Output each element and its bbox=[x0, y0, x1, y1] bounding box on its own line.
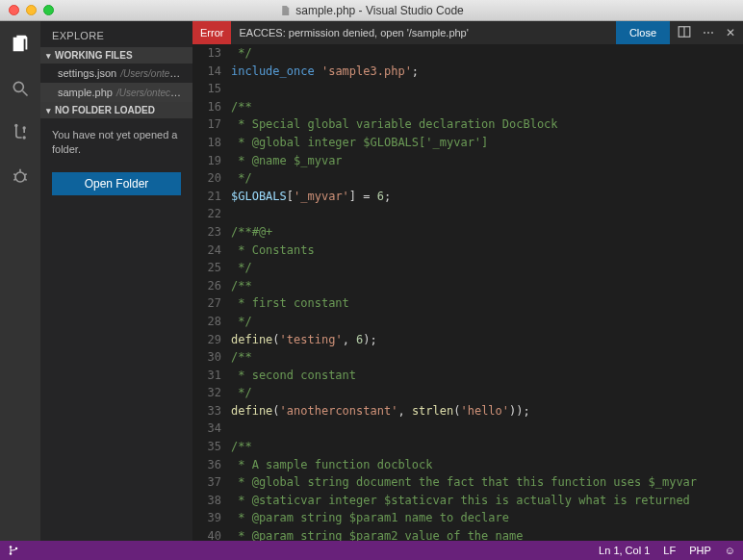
feedback-smiley-icon[interactable]: ☺ bbox=[725, 545, 735, 556]
split-editor-icon[interactable] bbox=[678, 25, 691, 41]
svg-point-5 bbox=[15, 172, 25, 182]
chevron-down-icon: ▾ bbox=[46, 51, 51, 61]
working-file-row[interactable]: settings.json/Users/ontecnia/... bbox=[40, 64, 192, 83]
editor-area: Error EACCES: permission denied, open '/… bbox=[192, 21, 743, 541]
svg-point-13 bbox=[10, 546, 13, 548]
chevron-down-icon: ▾ bbox=[46, 106, 51, 115]
notification-bar: Error EACCES: permission denied, open '/… bbox=[192, 21, 743, 44]
file-path: /Users/ontecnia/... bbox=[120, 68, 192, 79]
error-badge: Error bbox=[192, 21, 231, 44]
notification-message: EACCES: permission denied, open '/sample… bbox=[239, 27, 468, 38]
window-title: sample.php - Visual Studio Code bbox=[279, 4, 464, 17]
git-branch-icon[interactable] bbox=[8, 545, 19, 556]
window-minimize-dot[interactable] bbox=[26, 5, 37, 15]
more-icon[interactable]: ⋯ bbox=[703, 26, 714, 39]
code-editor[interactable]: 1314151617181920212223242526272829303132… bbox=[192, 44, 743, 541]
section-no-folder[interactable]: ▾ NO FOLDER LOADED bbox=[40, 102, 192, 118]
svg-point-2 bbox=[14, 124, 17, 127]
working-file-row[interactable]: sample.php/Users/ontecnia/... bbox=[40, 83, 192, 102]
window-close-dot[interactable] bbox=[9, 5, 19, 15]
git-icon[interactable] bbox=[9, 121, 32, 144]
svg-point-14 bbox=[10, 552, 13, 555]
no-folder-message: You have not yet opened a folder. bbox=[40, 118, 192, 166]
window-zoom-dot[interactable] bbox=[43, 5, 54, 15]
line-number-gutter: 1314151617181920212223242526272829303132… bbox=[192, 44, 231, 541]
section-no-folder-label: NO FOLDER LOADED bbox=[55, 105, 155, 115]
close-x-icon[interactable]: ✕ bbox=[726, 26, 735, 39]
svg-point-3 bbox=[23, 126, 26, 129]
activity-bar bbox=[0, 21, 40, 541]
status-line-col[interactable]: Ln 1, Col 1 bbox=[599, 545, 650, 556]
section-working-files-label: WORKING FILES bbox=[55, 50, 133, 61]
debug-icon[interactable] bbox=[9, 165, 32, 189]
titlebar: sample.php - Visual Studio Code bbox=[0, 0, 743, 21]
status-bar: Ln 1, Col 1 LF PHP ☺ bbox=[0, 541, 743, 560]
open-folder-button[interactable]: Open Folder bbox=[52, 172, 181, 195]
file-icon bbox=[279, 5, 291, 16]
section-working-files[interactable]: ▾ WORKING FILES bbox=[40, 47, 192, 64]
svg-point-0 bbox=[13, 82, 23, 91]
code-content[interactable]: */include_once 'sample3.php'; /** * Spec… bbox=[231, 44, 743, 541]
sidebar: EXPLORE ▾ WORKING FILES settings.json/Us… bbox=[40, 21, 192, 541]
svg-point-4 bbox=[23, 136, 26, 139]
status-encoding[interactable]: LF bbox=[663, 545, 676, 556]
status-language[interactable]: PHP bbox=[689, 545, 711, 556]
file-name: settings.json bbox=[58, 67, 116, 79]
sidebar-title: EXPLORE bbox=[40, 21, 192, 47]
file-path: /Users/ontecnia/... bbox=[116, 88, 192, 98]
file-name: sample.php bbox=[58, 87, 113, 98]
files-icon[interactable] bbox=[9, 33, 32, 56]
svg-line-1 bbox=[23, 91, 28, 96]
search-icon[interactable] bbox=[9, 77, 32, 100]
notification-close-button[interactable]: Close bbox=[616, 21, 670, 44]
